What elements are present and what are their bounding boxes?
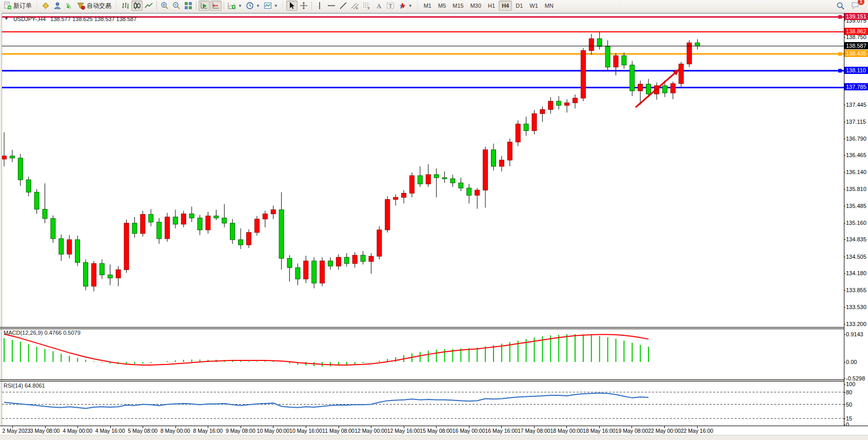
timeframe-m30[interactable]: M30 (467, 1, 484, 11)
templates-button[interactable]: ▼ (262, 1, 280, 11)
auto-scroll-button[interactable] (199, 1, 210, 11)
time-tick-label: 16 May 00:00 (452, 428, 485, 434)
macd-axis-label: 0.00 (846, 359, 857, 365)
indicators-button[interactable]: ▼ (226, 1, 244, 11)
time-tick-label: 22 May 16:00 (681, 428, 714, 434)
tile-windows-button[interactable] (183, 1, 194, 11)
timeframe-mn[interactable]: MN (542, 1, 557, 11)
channel-button[interactable]: E (349, 1, 361, 11)
price-chart-panel[interactable] (2, 13, 844, 327)
styler-button[interactable] (40, 1, 51, 11)
time-tick-label: 8 May 16:00 (193, 428, 223, 434)
rsi-axis-label: 100 (846, 381, 855, 387)
signals-button[interactable] (64, 1, 75, 11)
text-button[interactable]: A (373, 1, 384, 11)
fibonacci-button[interactable]: F (361, 1, 372, 11)
auto-trading-icon (77, 2, 85, 10)
line-chart-button[interactable] (143, 1, 154, 11)
toolbar-separator (224, 2, 224, 10)
rsi-axis-label: 15 (846, 415, 852, 422)
price-level-label: 139.151 (844, 13, 868, 20)
crosshair-button[interactable] (298, 1, 309, 11)
new-order-button[interactable]: 新订单 (2, 1, 33, 11)
cursor-icon (288, 2, 296, 10)
timeframe-d1[interactable]: D1 (512, 1, 526, 11)
periods-button[interactable]: ▼ (244, 1, 262, 11)
price-tick-label: 137.115 (846, 119, 866, 125)
vertical-line-button[interactable] (314, 1, 325, 11)
time-tick-label: 4 May 16:00 (95, 428, 125, 434)
zoom-in-button[interactable] (159, 1, 170, 11)
timeframe-toolbar: M1M5M15M30H1H4D1W1MN (421, 1, 557, 11)
clock-icon (246, 2, 254, 10)
cursor-button[interactable] (286, 1, 298, 11)
bar-chart-button[interactable] (120, 1, 131, 11)
price-level-label: 138.435 (844, 50, 868, 57)
time-axis[interactable]: 2 May 20233 May 08:004 May 00:004 May 16… (0, 426, 868, 435)
price-tick-label: 136.790 (846, 136, 866, 142)
text-label-button[interactable]: T (385, 1, 396, 11)
search-button[interactable] (835, 1, 846, 11)
rsi-panel[interactable] (2, 381, 844, 426)
macd-label: MACD(12,26,9) 0.4766 0.5079 (4, 330, 81, 336)
time-tick-label: 10 May 00:00 (257, 428, 290, 434)
price-tick-label: 134.180 (846, 270, 866, 276)
time-tick-label: 2 May 2023 (3, 428, 31, 434)
timeframe-h4[interactable]: H4 (499, 1, 512, 11)
time-tick-label: 4 May 00:00 (63, 428, 92, 434)
chart-shift-icon (212, 2, 220, 10)
time-tick-label: 11 May 08:00 (322, 428, 354, 434)
macd-panel[interactable] (2, 329, 844, 380)
window-menu-icon[interactable]: ▼ (4, 16, 9, 22)
arrow-shapes-icon (398, 2, 406, 10)
timeframe-m1[interactable]: M1 (421, 1, 435, 11)
chevron-down-icon: ▼ (274, 4, 278, 8)
svg-text:T: T (389, 3, 392, 9)
rsi-label: RSI(14) 64.8061 (4, 382, 45, 389)
time-tick-label: 12 May 16:00 (387, 428, 420, 434)
auto-trading-button[interactable]: 自动交易 (75, 1, 113, 11)
price-tick-label: 133.530 (846, 304, 866, 310)
toolbar-separator (35, 1, 38, 10)
price-level-label: 138.110 (844, 67, 868, 74)
time-tick-label: 5 May 08:00 (128, 428, 157, 434)
timeframe-m5[interactable]: M5 (435, 1, 449, 11)
price-tick-label: 138.750 (846, 34, 866, 40)
timeframe-h1[interactable]: H1 (485, 1, 498, 11)
horizontal-line-button[interactable] (326, 1, 337, 11)
toolbar-separator (156, 2, 157, 10)
toolbar-separator (311, 2, 312, 10)
toolbar-separator (114, 1, 118, 10)
price-axis[interactable]: 139.075138.750137.445137.115136.790136.4… (844, 13, 868, 426)
svg-text:E: E (356, 7, 358, 10)
toolbar-separator (416, 1, 419, 10)
zoom-out-button[interactable] (171, 1, 182, 11)
timeframe-m15[interactable]: M15 (449, 1, 466, 11)
mt4-terminal: 新订单 自动交易 (0, 0, 868, 440)
trendline-icon (339, 2, 347, 10)
chevron-down-icon: ▼ (238, 4, 242, 8)
equidistant-channel-icon: E (351, 2, 359, 10)
bar-chart-icon (121, 2, 129, 10)
candlestick-icon (133, 2, 141, 10)
svg-text:F: F (368, 7, 370, 10)
arrows-button[interactable]: ▼ (397, 1, 414, 11)
community-button[interactable] (52, 1, 63, 11)
chart-shift-button[interactable] (210, 1, 222, 11)
time-tick-label: 9 May 08:00 (226, 428, 255, 434)
notifications-button[interactable]: 1 (850, 1, 862, 11)
price-tick-label: 135.160 (846, 220, 866, 226)
price-level-label: 138.862 (844, 28, 868, 35)
time-tick-label: 22 May 00:00 (648, 428, 681, 434)
fibonacci-icon: F (363, 2, 371, 10)
zoom-in-icon (161, 2, 169, 10)
trendline-button[interactable] (338, 1, 349, 11)
tile-windows-icon (184, 2, 192, 10)
vertical-line-icon (315, 2, 324, 10)
crosshair-icon (300, 2, 308, 10)
chevron-down-icon: ▼ (256, 4, 260, 8)
candlestick-chart-button[interactable] (131, 1, 143, 11)
time-tick-label: 15 May 08:00 (420, 428, 452, 434)
timeframe-w1[interactable]: W1 (526, 1, 541, 11)
text-label-icon: T (386, 2, 394, 10)
